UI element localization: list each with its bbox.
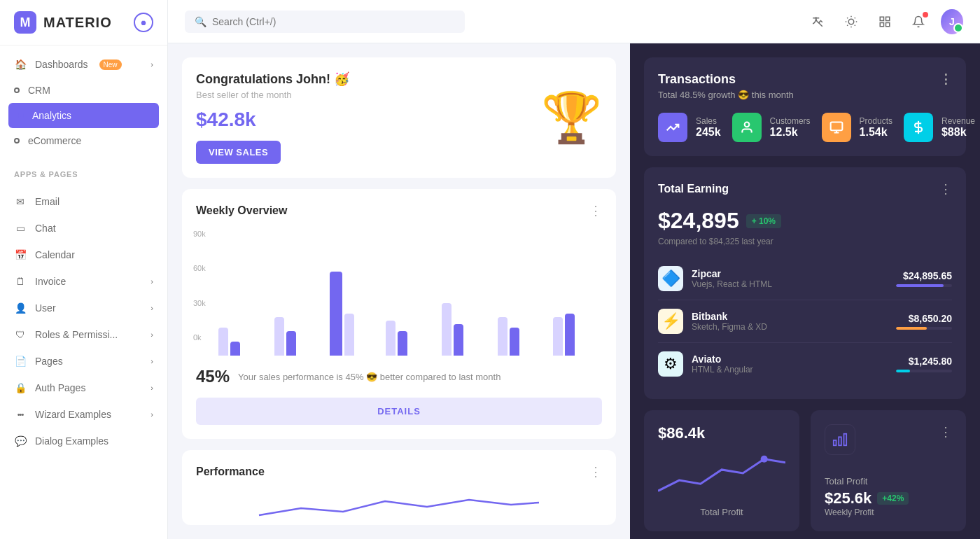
- earning-amount-right: $1,245.80: [896, 356, 952, 372]
- avatar[interactable]: J: [941, 10, 963, 33]
- transactions-menu[interactable]: ⋮: [939, 71, 952, 87]
- bell-icon[interactable]: [907, 10, 930, 33]
- earning-amount: $24,895 + 10%: [658, 208, 952, 234]
- earning-menu[interactable]: ⋮: [939, 181, 952, 197]
- trophy-icon: 🏆: [541, 89, 602, 146]
- sales-icon: [658, 113, 687, 142]
- performance-menu-dots[interactable]: ⋮: [589, 464, 602, 479]
- stat-info: Products 1.54k: [860, 116, 892, 139]
- svg-rect-1: [880, 17, 883, 20]
- bar-group: [498, 317, 550, 356]
- dialog-icon: 💬: [14, 435, 27, 447]
- chevron-icon: ›: [150, 304, 153, 312]
- total-profit-label: Total Profit: [658, 507, 785, 517]
- progress-bar: [896, 284, 952, 287]
- svg-rect-4: [886, 22, 890, 26]
- translate-icon[interactable]: [806, 10, 829, 33]
- chevron-icon: ›: [150, 384, 153, 392]
- sidebar-item-user[interactable]: 👤 User ›: [0, 295, 167, 321]
- record-button[interactable]: ⏺: [134, 13, 153, 32]
- bar-group: [330, 272, 382, 356]
- progress-bar: [896, 327, 952, 330]
- left-panel: Congratulations John! 🥳 Best seller of t…: [168, 43, 630, 539]
- congrats-title: Congratulations John! 🥳: [196, 71, 602, 87]
- search-icon: 🔍: [195, 16, 206, 27]
- weekly-profit-amount: $25.6k: [825, 489, 872, 507]
- stat-label: Products: [860, 116, 892, 126]
- transactions-subtitle: Total 48.5% growth 😎 this month: [658, 90, 952, 100]
- svg-point-0: [848, 19, 854, 24]
- bar-light: [274, 317, 284, 356]
- stat-info: Customers 12.5k: [770, 116, 811, 139]
- sidebar-item-email[interactable]: ✉ Email: [0, 188, 167, 215]
- earning-info: Zipcar Vuejs, React & HTML: [692, 268, 888, 289]
- weekly-overview-card: Weekly Overview ⋮ 90k 60k 30k 0k: [182, 189, 616, 439]
- sidebar-item-chat[interactable]: ▭ Chat: [0, 215, 167, 241]
- view-sales-button[interactable]: VIEW SALES: [196, 141, 281, 164]
- sidebar-item-roles[interactable]: 🛡 Roles & Permissi... ›: [0, 321, 167, 348]
- card-header: Weekly Overview ⋮: [196, 203, 602, 218]
- sidebar-item-analytics[interactable]: Analytics: [8, 103, 159, 128]
- stat-info: Sales 245k: [696, 116, 721, 139]
- sidebar-item-wizard[interactable]: ••• Wizard Examples ›: [0, 401, 167, 428]
- sidebar-item-auth[interactable]: 🔒 Auth Pages ›: [0, 374, 167, 401]
- total-profit-sublabel: Total Profit: [825, 476, 952, 486]
- progress-fill: [896, 327, 927, 330]
- logo-icon: M: [14, 11, 36, 34]
- bar-chart: [193, 230, 605, 356]
- svg-rect-6: [830, 122, 842, 131]
- bar-dark: [510, 328, 519, 356]
- topbar: 🔍 J: [168, 0, 980, 43]
- chevron-icon: ›: [150, 357, 153, 365]
- lock-icon: 🔒: [14, 382, 27, 394]
- bar-group: [386, 321, 438, 356]
- details-button[interactable]: DETAILS: [196, 398, 602, 425]
- svg-point-5: [744, 122, 749, 127]
- content-area: Congratulations John! 🥳 Best seller of t…: [168, 43, 980, 539]
- search-input[interactable]: [212, 16, 455, 27]
- weekly-title: Weekly Overview: [196, 204, 287, 217]
- bar-dark: [454, 324, 463, 356]
- user-icon: 👤: [14, 302, 27, 314]
- congrats-card: Congratulations John! 🥳 Best seller of t…: [182, 57, 616, 178]
- stat-sales: Sales 245k: [658, 113, 721, 142]
- shield-icon: 🛡: [14, 328, 27, 341]
- earning-sub: Sketch, Figma & XD: [692, 322, 888, 332]
- sidebar-item-dialog[interactable]: 💬 Dialog Examples: [0, 428, 167, 454]
- sidebar-item-crm[interactable]: CRM: [0, 78, 167, 103]
- total-earning-card: Total Earning ⋮ $24,895 + 10% Compared t…: [644, 167, 966, 399]
- sidebar-item-label: Calendar: [35, 249, 75, 260]
- notification-badge: [923, 12, 928, 18]
- stat-info: Revenue $88k: [941, 116, 975, 139]
- svg-rect-10: [839, 437, 841, 445]
- topbar-icons: J: [806, 10, 963, 33]
- weekly-chart: 90k 60k 30k 0k: [193, 230, 605, 356]
- sidebar-item-label: CRM: [28, 85, 50, 96]
- weekly-profit-sublabel: Weekly Profit: [825, 507, 952, 517]
- brightness-icon[interactable]: [840, 10, 862, 33]
- main-nav: 🏠 Dashboards New › CRM Analytics eCommer…: [0, 46, 167, 159]
- sidebar-item-label: Auth Pages: [35, 382, 85, 393]
- weekly-profit-menu[interactable]: ⋮: [939, 424, 952, 440]
- performance-card: Performance ⋮: [182, 450, 616, 525]
- search-box[interactable]: 🔍: [185, 10, 465, 33]
- apps-nav: ✉ Email ▭ Chat 📅 Calendar 🗒 Invoice › 👤 …: [0, 183, 167, 460]
- sidebar-item-ecommerce[interactable]: eCommerce: [0, 128, 167, 153]
- y-label: 30k: [193, 299, 206, 307]
- earning-title: Total Earning: [658, 183, 729, 195]
- sidebar-item-calendar[interactable]: 📅 Calendar: [0, 241, 167, 268]
- bar-light: [344, 314, 354, 356]
- stat-value: 12.5k: [770, 126, 811, 139]
- sidebar-item-pages[interactable]: 📄 Pages ›: [0, 348, 167, 374]
- stat-customers: Customers 12.5k: [732, 113, 811, 142]
- weekly-menu-dots[interactable]: ⋮: [589, 203, 602, 218]
- bar-light: [553, 317, 563, 356]
- aviato-logo: ⚙: [658, 351, 683, 377]
- earning-value: $8,650.20: [896, 313, 952, 324]
- sidebar-item-dashboards[interactable]: 🏠 Dashboards New ›: [0, 51, 167, 78]
- products-icon: [822, 113, 851, 142]
- sidebar-item-invoice[interactable]: 🗒 Invoice ›: [0, 268, 167, 295]
- progress-fill: [896, 284, 944, 287]
- grid-icon[interactable]: [874, 10, 896, 33]
- chevron-icon: ›: [150, 330, 153, 339]
